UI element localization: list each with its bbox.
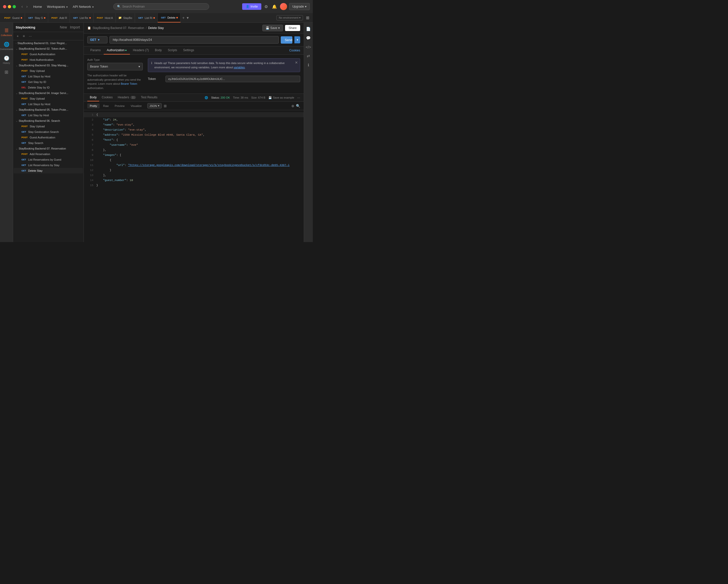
collection-06[interactable]: ⌄ StayBooking Backend 06. Search bbox=[14, 118, 83, 124]
item-get-stay-03[interactable]: GET Get Stay by ID bbox=[14, 79, 83, 85]
save-button[interactable]: 💾 Save ▾ bbox=[262, 25, 283, 31]
item-label: List Stays by Host bbox=[28, 103, 50, 106]
tab-post-host[interactable]: POST Host A bbox=[94, 13, 116, 22]
import-button[interactable]: Import bbox=[69, 25, 81, 30]
more-response-options[interactable]: ··· bbox=[297, 96, 300, 100]
method-select[interactable]: GET ▾ bbox=[87, 36, 107, 43]
settings-button[interactable]: ⚙ bbox=[263, 3, 269, 10]
item-stay-upload-04[interactable]: POST Stay Upload bbox=[14, 96, 83, 101]
token-input[interactable] bbox=[165, 76, 300, 82]
sub-tab-visualize[interactable]: Visualize bbox=[128, 103, 144, 108]
bearer-token-link[interactable]: Bearer Token bbox=[121, 82, 137, 85]
filter-icon[interactable]: ⊞ bbox=[164, 104, 167, 108]
collection-02[interactable]: ⌄ StayBooking Backend 02. Token Auth... bbox=[14, 46, 83, 51]
add-tab-button[interactable]: + bbox=[182, 15, 185, 21]
upgrade-button[interactable]: Upgrade ▾ bbox=[289, 3, 310, 10]
item-list-res-guest[interactable]: GET List Reservations by Guest bbox=[14, 157, 83, 162]
item-guest-auth-06[interactable]: POST Guest Authentication bbox=[14, 135, 83, 140]
tab-get-listri[interactable]: GET List Ri bbox=[135, 13, 158, 22]
tab-post-guest[interactable]: POST Guest bbox=[1, 13, 25, 22]
item-host-auth-02[interactable]: POST Host Authentication bbox=[14, 57, 83, 62]
url-input[interactable] bbox=[109, 36, 279, 44]
item-list-res-stay[interactable]: GET List Reservations by Stay bbox=[14, 162, 83, 168]
info-banner-close[interactable]: ✕ bbox=[295, 60, 298, 64]
tab-scripts[interactable]: Scripts bbox=[165, 46, 180, 54]
tab-post-add[interactable]: POST Add R bbox=[48, 13, 70, 22]
item-add-reservation[interactable]: POST Add Reservation bbox=[14, 151, 83, 157]
collection-04[interactable]: ⌄ StayBooking Backend 04. Image Servi... bbox=[14, 90, 83, 96]
collection-01[interactable]: › StayBooking Backend 01. User Regist... bbox=[14, 41, 83, 46]
item-stay-upload-06[interactable]: POST Stay Upload bbox=[14, 124, 83, 129]
collection-05[interactable]: ⌄ StayBooking Backend 05. Token Prote... bbox=[14, 107, 83, 112]
api-network-link[interactable]: API Network ▾ bbox=[71, 4, 96, 9]
search-bar[interactable]: 🔍 Search Postman bbox=[113, 3, 209, 10]
right-panel-info-button[interactable]: ℹ bbox=[306, 61, 311, 69]
request-header: 📋 StayBooking Backend 07. Reservation / … bbox=[84, 23, 304, 33]
tab-get-stay[interactable]: GET Stay S bbox=[25, 13, 48, 22]
tab-body[interactable]: Body bbox=[152, 46, 165, 54]
close-button[interactable] bbox=[3, 5, 6, 8]
more-options-icon[interactable]: ··· bbox=[28, 33, 33, 38]
minimize-button[interactable] bbox=[8, 5, 11, 8]
right-panel-docs-button[interactable]: 📄 bbox=[305, 25, 312, 33]
method-badge: POST bbox=[51, 17, 58, 20]
resp-tab-headers[interactable]: Headers 11 bbox=[115, 94, 138, 101]
tab-headers[interactable]: Headers (7) bbox=[130, 46, 152, 54]
item-delete-stay-03[interactable]: DEL Delete Stay by ID bbox=[14, 85, 83, 90]
send-button[interactable]: Send bbox=[281, 36, 292, 44]
collection-runner-icon[interactable]: ⊞ bbox=[305, 15, 310, 21]
sub-tab-pretty[interactable]: Pretty bbox=[87, 103, 100, 108]
tab-settings[interactable]: Settings bbox=[180, 46, 197, 54]
sort-icon[interactable]: ≡ bbox=[22, 33, 26, 38]
right-panel-code-button[interactable]: </> bbox=[304, 43, 313, 51]
sidebar-icon-environments[interactable]: 🌐 Environments bbox=[1, 39, 12, 52]
collection-03[interactable]: ⌄ StayBooking Backend 03. Stay Manag... bbox=[14, 62, 83, 68]
tab-params[interactable]: Params bbox=[87, 46, 104, 54]
tab-get-list[interactable]: GET List Re bbox=[70, 13, 94, 22]
back-button[interactable]: ‹ bbox=[20, 3, 24, 10]
auth-type-select[interactable]: Bearer Token ▾ bbox=[87, 63, 143, 70]
item-geo-search-06[interactable]: GET Stay Geolocation Search bbox=[14, 129, 83, 135]
sidebar-icon-collections[interactable]: ☰ Collections bbox=[1, 26, 12, 38]
sub-tab-raw[interactable]: Raw bbox=[101, 103, 111, 108]
right-panel-resize-button[interactable]: ⇄ bbox=[305, 52, 312, 60]
new-button[interactable]: New bbox=[59, 25, 68, 30]
environment-selector[interactable]: No environment ▾ bbox=[277, 15, 303, 21]
item-list-stays-03[interactable]: GET List Stays by Host bbox=[14, 74, 83, 79]
sub-tab-preview[interactable]: Preview bbox=[112, 103, 127, 108]
notifications-button[interactable]: 🔔 bbox=[271, 3, 278, 10]
sidebar-icon-history[interactable]: 🕐 History bbox=[1, 53, 12, 66]
forward-button[interactable]: › bbox=[25, 3, 29, 10]
code-line-9: 9 "images": [ bbox=[84, 153, 304, 158]
sidebar-icon-more[interactable]: ⊞ bbox=[1, 67, 12, 77]
search-response-button[interactable]: 🔍 bbox=[296, 104, 300, 108]
home-link[interactable]: Home bbox=[31, 4, 44, 9]
tab-folder-staybo[interactable]: 📁 StayBo bbox=[116, 13, 135, 22]
format-select[interactable]: JSON ▾ bbox=[147, 103, 162, 108]
item-stay-upload-03[interactable]: POST Stay Upload bbox=[14, 68, 83, 74]
workspaces-link[interactable]: Workspaces ▾ bbox=[45, 4, 70, 9]
more-tabs-button[interactable]: ▾ bbox=[186, 15, 189, 21]
cookies-button[interactable]: Cookies bbox=[289, 49, 300, 52]
save-as-example-button[interactable]: 💾 Save as example bbox=[268, 96, 294, 99]
collection-07[interactable]: ⌄ StayBooking Backend 07. Reservation bbox=[14, 146, 83, 151]
item-delete-stay-active[interactable]: GET Delete Stay bbox=[14, 168, 83, 174]
item-guest-auth-02[interactable]: POST Guest Authentication bbox=[14, 51, 83, 57]
copy-response-button[interactable]: ⊕ bbox=[291, 104, 294, 108]
tab-get-delete[interactable]: GET Delete bbox=[158, 13, 181, 22]
resp-tab-test-results[interactable]: Test Results bbox=[138, 94, 160, 101]
item-list-stays-04[interactable]: GET List Stays by Host bbox=[14, 101, 83, 107]
resp-tab-body[interactable]: Body bbox=[87, 94, 99, 101]
item-list-stay-05[interactable]: GET List Stay by Host bbox=[14, 112, 83, 118]
invite-button[interactable]: 👤 Invite bbox=[242, 3, 261, 10]
right-panel-comment-button[interactable]: 💬 bbox=[305, 34, 312, 42]
share-button[interactable]: Share bbox=[285, 25, 300, 31]
avatar[interactable] bbox=[280, 3, 287, 10]
item-stay-search-06[interactable]: GET Stay Search bbox=[14, 140, 83, 146]
maximize-button[interactable] bbox=[12, 5, 16, 8]
send-dropdown-button[interactable]: ▾ bbox=[294, 36, 300, 43]
variables-link[interactable]: variables bbox=[234, 66, 245, 69]
tab-authorization[interactable]: Authorization● bbox=[104, 46, 130, 54]
add-collection-icon[interactable]: + bbox=[16, 33, 20, 38]
resp-tab-cookies[interactable]: Cookies bbox=[99, 94, 115, 101]
